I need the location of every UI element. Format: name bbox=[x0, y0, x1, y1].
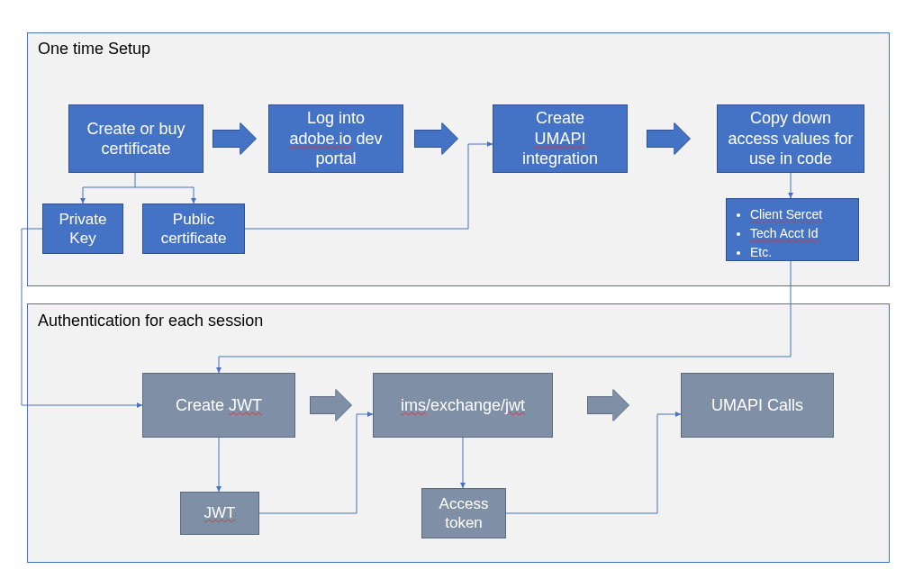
text: Create bbox=[176, 396, 229, 414]
box-public-certificate: Public certificate bbox=[142, 204, 245, 254]
box-create-certificate: Create or buy certificate bbox=[68, 104, 204, 173]
box-create-jwt: Create JWT bbox=[142, 373, 295, 438]
box-umapi-calls: UMAPI Calls bbox=[681, 373, 834, 438]
arrow-icon bbox=[414, 122, 457, 155]
box-ims-exchange-jwt: ims/exchange/jwt bbox=[373, 373, 553, 438]
arrow-icon bbox=[310, 389, 351, 421]
panel-auth-title: Authentication for each session bbox=[38, 312, 263, 330]
arrow-icon bbox=[647, 122, 690, 155]
list-item: Client Sercet bbox=[750, 206, 849, 223]
text: Log into bbox=[307, 109, 365, 127]
box-login-portal: Log into adobe.io dev portal bbox=[268, 104, 403, 173]
text: integration bbox=[522, 149, 598, 167]
text: JWT bbox=[229, 396, 262, 414]
text: ims bbox=[401, 396, 426, 414]
text: /exchange/ bbox=[426, 396, 505, 414]
list-item: Tech Acct Id bbox=[750, 225, 849, 242]
arrow-icon bbox=[587, 389, 629, 421]
box-jwt: JWT bbox=[180, 492, 259, 535]
text: UMAPI bbox=[534, 130, 585, 148]
box-copy-access-values: Copy down access values for use in code bbox=[717, 104, 864, 173]
text: portal bbox=[315, 149, 356, 167]
box-access-values-list: Client Sercet Tech Acct Id Etc. bbox=[726, 198, 859, 261]
box-access-token: Access token bbox=[421, 488, 506, 538]
text: dev bbox=[352, 130, 383, 148]
arrow-icon bbox=[213, 122, 256, 155]
text: adobe.io bbox=[289, 130, 351, 148]
list-item: Etc. bbox=[750, 244, 849, 261]
panel-setup-title: One time Setup bbox=[38, 40, 150, 59]
text: JWT bbox=[204, 503, 236, 522]
text: Create bbox=[536, 109, 584, 127]
text: jwt bbox=[505, 396, 525, 414]
box-create-umapi-integration: Create UMAPI integration bbox=[493, 104, 628, 173]
box-private-key: Private Key bbox=[42, 204, 123, 254]
